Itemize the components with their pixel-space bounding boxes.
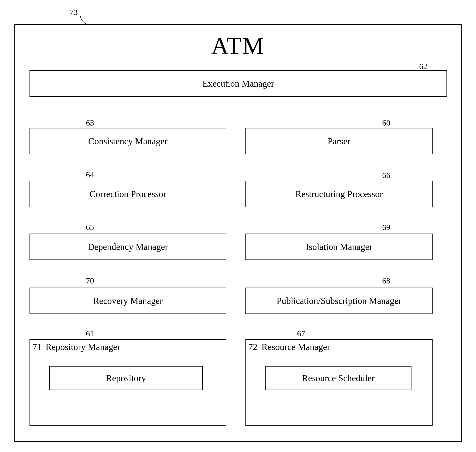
- ref-label-64: 64: [86, 170, 94, 179]
- parser-label: Parser: [328, 136, 351, 146]
- resource-manager-box: 72 Resource Manager Resource Scheduler: [245, 339, 433, 425]
- resource-scheduler-label: Resource Scheduler: [302, 373, 375, 383]
- pubsub-manager-label: Publication/Subscription Manager: [277, 295, 401, 306]
- parser-box: Parser: [245, 128, 433, 154]
- atm-title: ATM: [15, 25, 461, 60]
- ref-label-68: 68: [382, 276, 390, 286]
- ref-label-70: 70: [86, 276, 94, 286]
- pubsub-manager-box: Publication/Subscription Manager: [245, 288, 433, 314]
- ref-label-66: 66: [382, 171, 390, 180]
- repository-box: Repository: [49, 366, 203, 390]
- ref-label-60: 60: [382, 118, 390, 127]
- consistency-manager-box: Consistency Manager: [30, 128, 226, 154]
- ref-label-63: 63: [86, 118, 94, 127]
- ref-label-71: 71: [33, 342, 41, 352]
- outer-box: ATM 62 Execution Manager 63 Consistency …: [14, 24, 462, 442]
- ref-label-67: 67: [297, 329, 305, 338]
- dependency-manager-label: Dependency Manager: [88, 241, 168, 252]
- ref-label-69: 69: [382, 223, 390, 232]
- ref-label-62: 62: [419, 62, 427, 71]
- restructuring-processor-box: Restructuring Processor: [245, 181, 433, 207]
- page: 73 ATM 62 Execution Manager 63 Consisten…: [0, 0, 476, 452]
- execution-manager-box: Execution Manager: [30, 70, 447, 97]
- ref-label-72: 72: [248, 342, 257, 352]
- correction-processor-box: Correction Processor: [30, 181, 226, 207]
- correction-processor-label: Correction Processor: [90, 189, 166, 199]
- ref-label-65: 65: [86, 223, 94, 232]
- ref-label-61: 61: [86, 329, 94, 338]
- consistency-manager-label: Consistency Manager: [88, 136, 168, 146]
- resource-scheduler-box: Resource Scheduler: [265, 366, 411, 390]
- repository-manager-label: Repository Manager: [46, 342, 120, 352]
- recovery-manager-box: Recovery Manager: [30, 288, 226, 314]
- ref-label-73: 73: [70, 8, 78, 17]
- restructuring-processor-label: Restructuring Processor: [295, 189, 383, 199]
- recovery-manager-label: Recovery Manager: [93, 295, 163, 306]
- isolation-manager-box: Isolation Manager: [245, 233, 433, 260]
- repository-manager-box: 71 Repository Manager Repository: [30, 339, 226, 425]
- isolation-manager-label: Isolation Manager: [306, 241, 372, 252]
- dependency-manager-box: Dependency Manager: [30, 233, 226, 260]
- repository-label: Repository: [106, 373, 146, 383]
- execution-manager-label: Execution Manager: [202, 78, 274, 89]
- resource-manager-label: Resource Manager: [261, 342, 330, 352]
